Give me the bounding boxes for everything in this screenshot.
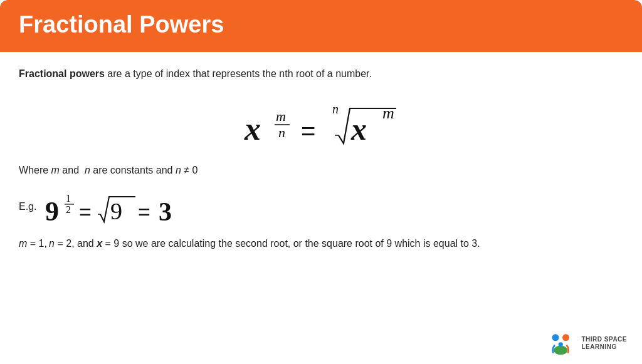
svg-text:9: 9 [110, 198, 122, 224]
svg-text:2: 2 [66, 204, 71, 215]
svg-text:n: n [278, 125, 285, 140]
svg-point-18 [552, 334, 559, 341]
svg-text:=: = [301, 117, 315, 145]
where-paragraph: Where m and n are constants and n ≠ 0 [19, 162, 623, 179]
svg-text:m: m [382, 104, 394, 122]
footer: THIRD SPACE LEARNING [0, 331, 642, 364]
formula-svg: x m n = n x m [233, 95, 409, 151]
tsl-logo: THIRD SPACE LEARNING [549, 331, 627, 355]
where-n: n [85, 165, 90, 175]
svg-text:=: = [138, 200, 150, 224]
intro-bold: Fractional powers [19, 68, 105, 79]
tsl-brand-text: THIRD SPACE LEARNING [581, 336, 627, 351]
page-title: Fractional Powers [19, 11, 623, 38]
where-neq0: n [176, 165, 181, 175]
tsl-icon-svg [549, 331, 576, 355]
eg-label: E.g. [19, 201, 36, 212]
explanation-n: n [49, 238, 55, 249]
content-area: Fractional powers are a type of index th… [0, 52, 642, 331]
explanation-m: m [19, 238, 27, 249]
svg-point-21 [559, 342, 563, 346]
main-formula: x m n = n x m [19, 88, 623, 162]
tsl-brand-line1: THIRD SPACE [581, 336, 627, 343]
explanation-paragraph: m = 1, n = 2, and x = 9 so we are calcul… [19, 236, 623, 252]
svg-point-20 [554, 346, 568, 355]
svg-text:m: m [276, 108, 286, 124]
intro-rest: are a type of index that represents the … [105, 68, 372, 79]
where-m: m [51, 165, 60, 175]
intro-paragraph: Fractional powers are a type of index th… [19, 66, 623, 82]
card: Fractional Powers Fractional powers are … [0, 0, 642, 364]
example-block: E.g. 9 1 2 = 9 = 3 [19, 188, 623, 226]
svg-text:=: = [79, 200, 92, 224]
svg-text:3: 3 [159, 197, 172, 226]
svg-text:9: 9 [45, 196, 59, 226]
explanation-x: x [97, 238, 102, 249]
svg-text:x: x [350, 112, 367, 147]
example-formula-svg: 9 1 2 = 9 = 3 [44, 188, 176, 226]
tsl-brand-line2: LEARNING [581, 343, 627, 351]
svg-text:n: n [332, 102, 339, 116]
svg-text:x: x [244, 111, 261, 147]
header: Fractional Powers [0, 0, 642, 52]
svg-text:1: 1 [66, 193, 71, 204]
svg-point-19 [562, 334, 569, 341]
